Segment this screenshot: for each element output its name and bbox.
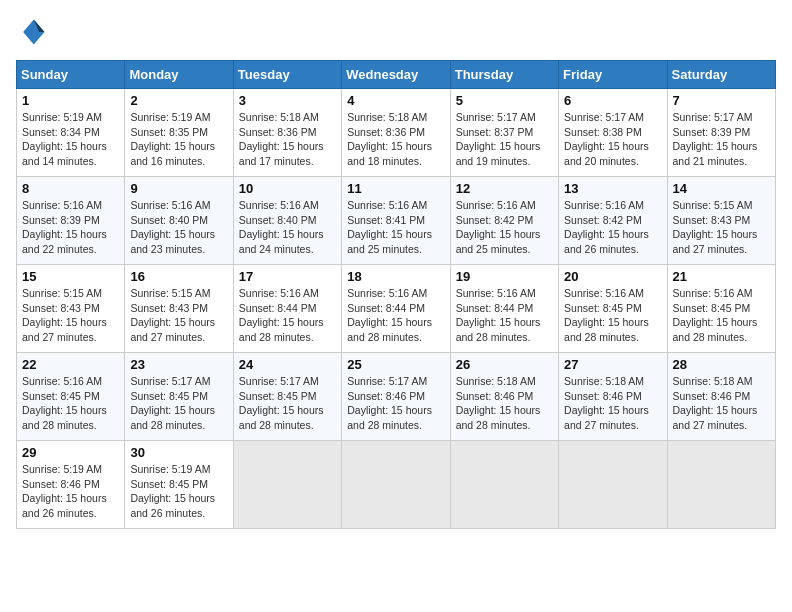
cell-line: Sunrise: 5:16 AM (347, 199, 427, 211)
day-of-week-row: SundayMondayTuesdayWednesdayThursdayFrid… (17, 61, 776, 89)
cell-line: Sunset: 8:46 PM (673, 390, 751, 402)
calendar-cell: 13Sunrise: 5:16 AMSunset: 8:42 PMDayligh… (559, 177, 667, 265)
calendar-cell: 17Sunrise: 5:16 AMSunset: 8:44 PMDayligh… (233, 265, 341, 353)
cell-line: and 26 minutes. (130, 507, 205, 519)
cell-text: Sunrise: 5:15 AMSunset: 8:43 PMDaylight:… (673, 198, 770, 257)
day-number: 23 (130, 357, 227, 372)
cell-line: Sunset: 8:36 PM (239, 126, 317, 138)
cell-line: Daylight: 15 hours (456, 140, 541, 152)
cell-line: Sunset: 8:46 PM (22, 478, 100, 490)
calendar-cell: 12Sunrise: 5:16 AMSunset: 8:42 PMDayligh… (450, 177, 558, 265)
calendar-cell: 10Sunrise: 5:16 AMSunset: 8:40 PMDayligh… (233, 177, 341, 265)
cell-line: and 25 minutes. (456, 243, 531, 255)
day-number: 1 (22, 93, 119, 108)
calendar-cell: 3Sunrise: 5:18 AMSunset: 8:36 PMDaylight… (233, 89, 341, 177)
cell-line: Daylight: 15 hours (564, 316, 649, 328)
cell-text: Sunrise: 5:17 AMSunset: 8:45 PMDaylight:… (130, 374, 227, 433)
cell-line: Daylight: 15 hours (239, 140, 324, 152)
cell-line: and 27 minutes. (564, 419, 639, 431)
cell-line: Daylight: 15 hours (564, 228, 649, 240)
day-number: 8 (22, 181, 119, 196)
cell-text: Sunrise: 5:17 AMSunset: 8:45 PMDaylight:… (239, 374, 336, 433)
day-number: 27 (564, 357, 661, 372)
cell-line: and 17 minutes. (239, 155, 314, 167)
cell-line: and 28 minutes. (239, 419, 314, 431)
calendar-cell: 11Sunrise: 5:16 AMSunset: 8:41 PMDayligh… (342, 177, 450, 265)
calendar-table: SundayMondayTuesdayWednesdayThursdayFrid… (16, 60, 776, 529)
cell-line: Sunrise: 5:18 AM (456, 375, 536, 387)
cell-text: Sunrise: 5:18 AMSunset: 8:46 PMDaylight:… (673, 374, 770, 433)
cell-line: Daylight: 15 hours (673, 228, 758, 240)
column-header-monday: Monday (125, 61, 233, 89)
day-number: 4 (347, 93, 444, 108)
column-header-sunday: Sunday (17, 61, 125, 89)
week-row-4: 22Sunrise: 5:16 AMSunset: 8:45 PMDayligh… (17, 353, 776, 441)
day-number: 25 (347, 357, 444, 372)
calendar-cell: 7Sunrise: 5:17 AMSunset: 8:39 PMDaylight… (667, 89, 775, 177)
cell-line: Daylight: 15 hours (22, 492, 107, 504)
cell-line: Daylight: 15 hours (130, 316, 215, 328)
calendar-cell: 29Sunrise: 5:19 AMSunset: 8:46 PMDayligh… (17, 441, 125, 529)
day-number: 13 (564, 181, 661, 196)
calendar-cell: 20Sunrise: 5:16 AMSunset: 8:45 PMDayligh… (559, 265, 667, 353)
cell-text: Sunrise: 5:16 AMSunset: 8:40 PMDaylight:… (130, 198, 227, 257)
cell-line: and 22 minutes. (22, 243, 97, 255)
cell-text: Sunrise: 5:17 AMSunset: 8:38 PMDaylight:… (564, 110, 661, 169)
day-number: 22 (22, 357, 119, 372)
cell-line: Daylight: 15 hours (130, 404, 215, 416)
cell-line: Sunset: 8:40 PM (130, 214, 208, 226)
cell-text: Sunrise: 5:16 AMSunset: 8:42 PMDaylight:… (564, 198, 661, 257)
cell-line: Sunset: 8:39 PM (673, 126, 751, 138)
day-number: 11 (347, 181, 444, 196)
cell-line: Sunset: 8:44 PM (347, 302, 425, 314)
cell-text: Sunrise: 5:19 AMSunset: 8:45 PMDaylight:… (130, 462, 227, 521)
calendar-cell: 14Sunrise: 5:15 AMSunset: 8:43 PMDayligh… (667, 177, 775, 265)
cell-line: Daylight: 15 hours (564, 404, 649, 416)
cell-line: Sunrise: 5:18 AM (239, 111, 319, 123)
cell-text: Sunrise: 5:19 AMSunset: 8:34 PMDaylight:… (22, 110, 119, 169)
day-number: 9 (130, 181, 227, 196)
cell-line: Sunrise: 5:18 AM (673, 375, 753, 387)
cell-line: Sunrise: 5:16 AM (239, 199, 319, 211)
cell-text: Sunrise: 5:17 AMSunset: 8:46 PMDaylight:… (347, 374, 444, 433)
calendar-cell (667, 441, 775, 529)
cell-line: Sunset: 8:44 PM (239, 302, 317, 314)
calendar-cell: 23Sunrise: 5:17 AMSunset: 8:45 PMDayligh… (125, 353, 233, 441)
calendar-cell: 21Sunrise: 5:16 AMSunset: 8:45 PMDayligh… (667, 265, 775, 353)
day-number: 3 (239, 93, 336, 108)
cell-text: Sunrise: 5:18 AMSunset: 8:46 PMDaylight:… (564, 374, 661, 433)
cell-line: and 27 minutes. (673, 419, 748, 431)
cell-line: Sunrise: 5:17 AM (347, 375, 427, 387)
cell-text: Sunrise: 5:15 AMSunset: 8:43 PMDaylight:… (22, 286, 119, 345)
day-number: 18 (347, 269, 444, 284)
day-number: 19 (456, 269, 553, 284)
cell-line: Sunset: 8:42 PM (564, 214, 642, 226)
week-row-1: 1Sunrise: 5:19 AMSunset: 8:34 PMDaylight… (17, 89, 776, 177)
calendar-cell: 16Sunrise: 5:15 AMSunset: 8:43 PMDayligh… (125, 265, 233, 353)
cell-line: Sunrise: 5:16 AM (130, 199, 210, 211)
cell-line: Daylight: 15 hours (347, 228, 432, 240)
day-number: 2 (130, 93, 227, 108)
cell-line: Daylight: 15 hours (239, 228, 324, 240)
cell-line: Sunset: 8:46 PM (347, 390, 425, 402)
calendar-cell: 25Sunrise: 5:17 AMSunset: 8:46 PMDayligh… (342, 353, 450, 441)
cell-line: and 26 minutes. (22, 507, 97, 519)
cell-line: Daylight: 15 hours (130, 140, 215, 152)
cell-line: and 27 minutes. (130, 331, 205, 343)
calendar-cell (342, 441, 450, 529)
calendar-cell: 18Sunrise: 5:16 AMSunset: 8:44 PMDayligh… (342, 265, 450, 353)
cell-line: Daylight: 15 hours (456, 316, 541, 328)
cell-text: Sunrise: 5:17 AMSunset: 8:37 PMDaylight:… (456, 110, 553, 169)
calendar-cell: 28Sunrise: 5:18 AMSunset: 8:46 PMDayligh… (667, 353, 775, 441)
column-header-friday: Friday (559, 61, 667, 89)
calendar-cell (233, 441, 341, 529)
cell-line: Daylight: 15 hours (130, 492, 215, 504)
cell-line: and 28 minutes. (456, 419, 531, 431)
cell-line: and 28 minutes. (673, 331, 748, 343)
cell-text: Sunrise: 5:16 AMSunset: 8:40 PMDaylight:… (239, 198, 336, 257)
cell-line: and 28 minutes. (239, 331, 314, 343)
cell-line: Sunset: 8:45 PM (239, 390, 317, 402)
week-row-2: 8Sunrise: 5:16 AMSunset: 8:39 PMDaylight… (17, 177, 776, 265)
cell-line: Daylight: 15 hours (347, 316, 432, 328)
cell-line: Daylight: 15 hours (130, 228, 215, 240)
